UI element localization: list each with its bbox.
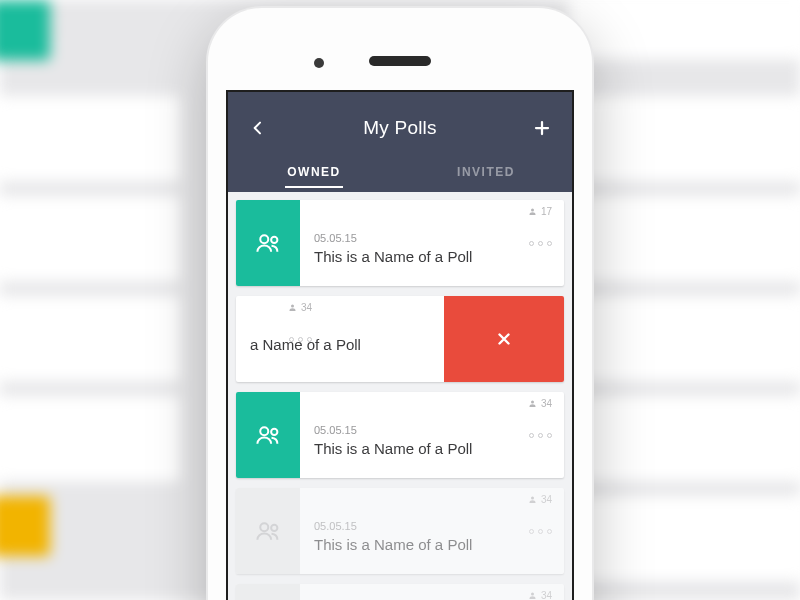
participant-count-value: 17 [541,206,552,217]
poll-type-icon-box [236,488,300,574]
poll-type-icon-box [236,200,300,286]
app-header: My Polls OWNED INVITED [228,92,572,192]
svg-point-9 [531,497,534,500]
participant-count: 34 [288,302,312,313]
poll-title: This is a Name of a Poll [314,536,550,553]
more-button[interactable] [529,529,552,534]
phone-frame: My Polls OWNED INVITED 17 [208,8,592,600]
more-button[interactable] [529,241,552,246]
participant-count: 34 [528,398,552,409]
poll-card[interactable]: 34 05.05.15 This is a Name of a Poll [236,584,564,600]
participant-count-value: 34 [541,398,552,409]
svg-point-5 [271,429,277,435]
delete-button[interactable] [444,296,564,382]
svg-point-7 [260,523,268,531]
poll-type-icon-box [236,392,300,478]
poll-date: 05.05.15 [314,520,550,532]
poll-title: This is a Name of a Poll [314,440,550,457]
person-icon [528,495,537,504]
chevron-left-icon [250,120,266,136]
add-poll-button[interactable] [528,114,556,142]
person-icon [528,591,537,600]
participant-count: 34 [528,494,552,505]
phone-screen: My Polls OWNED INVITED 17 [228,92,572,600]
poll-list: 17 05.05.15 This is a Name of a Poll 34 … [228,192,572,600]
poll-card[interactable]: 17 05.05.15 This is a Name of a Poll [236,200,564,286]
phone-speaker [369,56,431,66]
page-title: My Polls [272,117,528,139]
svg-point-1 [271,237,277,243]
participant-count-value: 34 [301,302,312,313]
tabs: OWNED INVITED [228,152,572,192]
plus-icon [533,119,551,137]
svg-point-12 [531,593,534,596]
people-icon [253,228,283,258]
svg-point-2 [531,209,534,212]
poll-card-swiped[interactable]: 34 a Name of a Poll [236,296,564,382]
svg-point-3 [291,305,294,308]
tab-invited[interactable]: INVITED [400,152,572,192]
close-icon [495,330,513,348]
poll-title: This is a Name of a Poll [314,248,550,265]
person-icon [528,399,537,408]
participant-count: 17 [528,206,552,217]
people-icon [253,420,283,450]
poll-card[interactable]: 34 05.05.15 This is a Name of a Poll [236,392,564,478]
participant-count: 34 [528,590,552,600]
participant-count-value: 34 [541,494,552,505]
participant-count-value: 34 [541,590,552,600]
phone-sensor [314,58,324,68]
person-icon [288,303,297,312]
person-icon [528,207,537,216]
people-icon [253,516,283,546]
tab-owned[interactable]: OWNED [228,152,400,192]
poll-type-icon-box [236,584,300,600]
poll-date: 05.05.15 [314,424,550,436]
poll-date: 05.05.15 [314,232,550,244]
more-button[interactable] [289,337,312,342]
poll-card[interactable]: 34 05.05.15 This is a Name of a Poll [236,488,564,574]
back-button[interactable] [244,114,272,142]
svg-point-8 [271,525,277,531]
poll-title: a Name of a Poll [250,336,430,353]
svg-point-4 [260,427,268,435]
more-button[interactable] [529,433,552,438]
svg-point-6 [531,401,534,404]
svg-point-0 [260,235,268,243]
